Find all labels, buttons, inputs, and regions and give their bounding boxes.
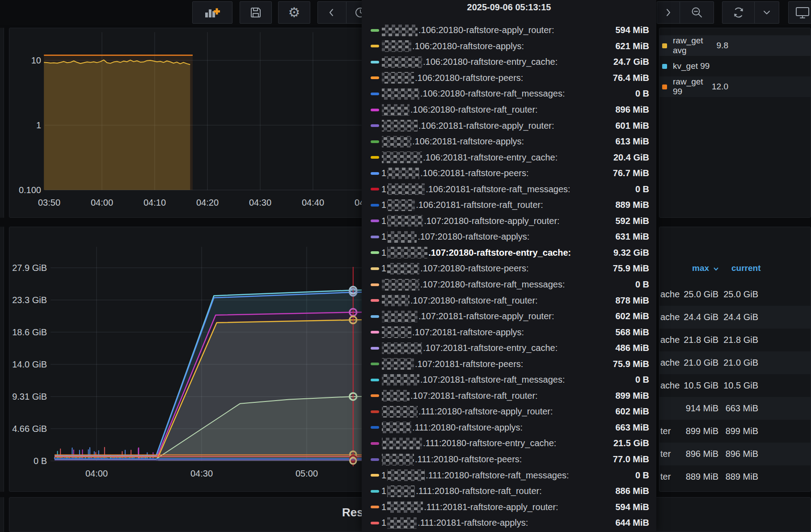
tooltip-series-row: 1.106:20181-raftstore-raft_messages:0 B (362, 181, 656, 197)
legend-item-kv_get-99[interactable]: kv_get 99 (659, 56, 811, 76)
chevron-right-icon (663, 7, 674, 18)
redacted-host (382, 358, 414, 370)
table-row[interactable]: ter899 MiB899 MiB (659, 420, 811, 443)
series-value: 77.0 MiB (613, 454, 649, 464)
time-range-forward-button[interactable] (657, 2, 680, 23)
legend-color-marker[interactable] (662, 84, 667, 89)
table-row[interactable]: ache21.0 GiB21.0 GiB (659, 351, 811, 374)
series-color-marker (371, 220, 379, 222)
redacted-host (387, 199, 415, 211)
refresh-dashboard-button[interactable] (722, 2, 754, 23)
table-cell-current: 896 MiB (726, 443, 758, 465)
series-color-marker (371, 204, 379, 207)
legend-color-marker[interactable] (662, 43, 667, 48)
table-row[interactable]: ache24.4 GiB24.4 GiB (659, 306, 811, 329)
series-label: .106:20180-raftstore-peers: (415, 73, 523, 83)
series-value: 0 B (635, 470, 649, 481)
tooltip-series-row: 1.107:20180-raftstore-apply_router:592 M… (362, 213, 656, 229)
series-color-marker (371, 188, 379, 190)
series-value: 886 MiB (615, 486, 649, 496)
table-row-label[interactable]: ter (660, 465, 671, 488)
table-row-label[interactable]: ache (660, 329, 680, 351)
series-label: .106:20181-raftstore-raft_router: (416, 200, 543, 210)
series-value: 75.9 MiB (613, 359, 649, 369)
series-color-marker (371, 442, 379, 445)
redacted-host (382, 136, 411, 148)
redacted-host (387, 469, 425, 481)
series-label: .106:20181-raftstore-apply_router: (418, 121, 554, 131)
series-value: 9.32 GiB (613, 248, 649, 258)
table-row-label[interactable]: ter (660, 443, 671, 465)
series-host-prefix: 1 (381, 232, 386, 242)
tooltip-series-row: .106:20180-raftstore-raft_messages:0 B (362, 86, 656, 102)
series-value: 0 B (635, 279, 649, 290)
redacted-host (382, 88, 419, 100)
series-color-marker (371, 315, 379, 318)
table-row-label[interactable]: ache (660, 351, 680, 374)
legend-item-raw_get-avg[interactable]: raw_get avg9.8 (659, 35, 811, 56)
tooltip-series-row: .106:20180-raftstore-apply_router:594 Mi… (362, 22, 656, 38)
series-host-prefix: 1 (381, 263, 386, 274)
series-color-marker (371, 61, 379, 63)
add-panel-button[interactable] (192, 1, 232, 24)
dashboard-settings-button[interactable]: ⚙ (278, 1, 310, 24)
series-value: 75.9 MiB (613, 263, 649, 274)
table-cell-max: 24.4 GiB (684, 306, 718, 329)
series-value: 76.7 MiB (613, 168, 649, 178)
redacted-host (382, 152, 422, 163)
series-label: .107:20180-raftstore-applys: (418, 232, 529, 242)
series-color-marker (371, 299, 379, 302)
series-host-prefix: 1 (381, 248, 386, 258)
series-color-marker (371, 426, 379, 429)
table-row[interactable]: ter889 MiB889 MiB (659, 465, 811, 488)
series-color-marker (371, 331, 379, 334)
series-label: .111:20181-raftstore-applys: (418, 518, 528, 528)
save-dashboard-button[interactable] (240, 1, 272, 24)
tooltip-series-row: 1.111:20180-raftstore-raft_router:886 Mi… (362, 483, 656, 499)
tooltip-series-row: .106:20180-raftstore-applys:621 MiB (362, 38, 656, 55)
view-mode-button[interactable] (788, 1, 811, 24)
legend-color-marker[interactable] (662, 64, 667, 69)
redacted-host (382, 40, 411, 52)
table-header-max[interactable]: max (692, 263, 719, 275)
legend-label[interactable]: raw_get 99 (673, 77, 712, 97)
table-header-current[interactable]: current (731, 263, 760, 275)
time-range-back-button[interactable] (318, 2, 346, 23)
tooltip-series-row: 1.106:20181-raftstore-raft_router:889 Mi… (362, 197, 656, 213)
tooltip-series-row: 1.111:20181-raftstore-applys:644 MiB (362, 515, 656, 531)
redacted-host (382, 104, 410, 116)
series-value: 621 MiB (615, 41, 649, 51)
series-color-marker (371, 156, 379, 159)
latency-legend-panel: raw_get avg9.8kv_get 99raw_get 9912.0 (659, 28, 811, 218)
table-row[interactable]: 914 MiB663 MiB (659, 397, 811, 420)
tooltip-series-row: .106:20181-raftstore-applys:613 MiB (362, 134, 656, 150)
tooltip-series-row: .111:20180-raftstore-applys:663 MiB (362, 420, 656, 436)
zoom-out-time-button[interactable] (680, 2, 714, 23)
table-row[interactable]: ache10.5 GiB10.5 GiB (659, 374, 811, 397)
series-color-marker (371, 458, 379, 461)
tooltip-series-row: .107:20181-raftstore-raft_messages:0 B (362, 372, 656, 388)
table-cell-max: 10.5 GiB (684, 374, 718, 397)
table-row-label[interactable]: ache (660, 306, 680, 329)
chevron-down-icon (761, 7, 772, 18)
table-row[interactable]: ache25.0 GiB25.0 GiB (659, 283, 811, 306)
table-row-label[interactable]: ache (660, 374, 680, 397)
tooltip-series-row: .106:20181-raftstore-apply_router:601 Mi… (362, 118, 656, 134)
series-color-marker (371, 109, 379, 111)
refresh-interval-button[interactable] (754, 2, 779, 23)
table-row-label[interactable]: ache (660, 283, 680, 306)
table-row[interactable]: ache21.8 GiB21.8 GiB (659, 329, 811, 351)
tooltip-series-row: 1.107:20180-raftstore-entry_cache:9.32 G… (362, 245, 656, 261)
legend-label[interactable]: kv_get 99 (673, 61, 710, 71)
series-label: .107:20181-raftstore-apply_router: (418, 311, 554, 321)
table-row[interactable]: ter896 MiB896 MiB (659, 443, 811, 465)
series-label: .107:20181-raftstore-applys: (412, 327, 524, 338)
legend-label[interactable]: raw_get avg (673, 36, 717, 55)
series-host-prefix: 1 (381, 486, 386, 496)
series-color-marker (371, 490, 379, 493)
table-row-label[interactable]: ter (660, 420, 671, 443)
series-label: .111:20181-raftstore-apply_router: (424, 502, 558, 512)
redacted-host (382, 454, 414, 465)
tooltip-series-row: .107:20181-raftstore-apply_router:602 Mi… (362, 308, 656, 325)
legend-item-raw_get-99[interactable]: raw_get 9912.0 (659, 76, 811, 97)
